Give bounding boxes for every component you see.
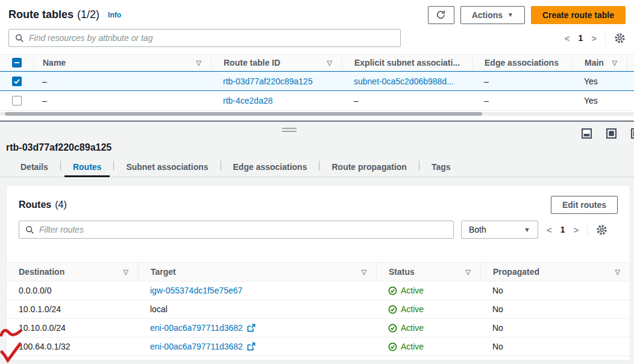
edit-routes-button[interactable]: Edit routes [551, 196, 618, 214]
column-header-status[interactable]: Status ▽ [376, 263, 480, 281]
select-all-checkbox[interactable] [12, 58, 22, 67]
route-row[interactable]: 0.0.0.0/0 igw-055374dc1f5e75e67 Active N… [7, 281, 630, 300]
tab-edge-associations[interactable]: Edge associations [221, 157, 319, 177]
caret-down-icon: ▼ [524, 226, 530, 233]
routes-filter-select[interactable]: Both ▼ [461, 221, 538, 239]
status-badge: Active [401, 304, 424, 314]
split-panel-drag-handle[interactable] [282, 128, 297, 134]
search-icon [25, 225, 34, 234]
status-badge: Active [401, 323, 424, 333]
split-bottom-layout-icon[interactable] [582, 128, 592, 139]
divider [605, 31, 606, 45]
sort-icon: ▽ [124, 268, 128, 276]
next-page-icon[interactable]: > [591, 33, 597, 43]
horizontal-scrollbar[interactable] [0, 111, 634, 121]
sort-icon: ▽ [612, 59, 617, 67]
prev-page-icon[interactable]: < [565, 33, 570, 43]
detail-panel-title: rtb-03d77af220c89a125 [0, 122, 634, 153]
status-badge: Active [401, 286, 424, 295]
route-table-id-link[interactable]: rtb-03d77af220c89a125 [223, 77, 313, 86]
filter-routes-input[interactable] [39, 225, 447, 234]
column-header-main[interactable]: Main ▽ [572, 55, 627, 71]
settings-gear-icon[interactable] [596, 224, 607, 236]
column-header-propagated[interactable]: Propagated ▽ [480, 263, 630, 281]
route-row[interactable]: 10.10.0.0/24 eni-00ac6a797711d3682 Activ… [7, 319, 630, 337]
column-header-edge-associations[interactable]: Edge associations [472, 55, 572, 71]
routes-card: Routes (4) Edit routes Both ▼ < 1 > [6, 185, 630, 360]
actions-label: Actions [472, 10, 503, 20]
search-icon [15, 34, 24, 43]
external-link-icon[interactable] [246, 342, 256, 351]
cell-name: – [34, 77, 211, 86]
detail-tabs: DetailsRoutesSubnet associationsEdge ass… [0, 153, 634, 177]
page-number[interactable]: 1 [578, 33, 583, 43]
full-panel-layout-icon[interactable] [606, 128, 617, 139]
cell-main: Yes [572, 77, 627, 86]
routes-table-header: Destination ▽ Target ▽ Status ▽ Propagat… [7, 262, 630, 281]
route-tables-table: Name ▽ Route table ID ▽ Explicit subnet … [0, 54, 634, 121]
tab-route-propagation[interactable]: Route propagation [319, 157, 418, 177]
sort-icon: ▽ [327, 59, 332, 67]
split-side-layout-icon[interactable] [631, 128, 634, 139]
route-row[interactable]: 10.0.1.0/24 local Active No [7, 300, 630, 319]
sort-icon: ▽ [615, 268, 620, 276]
route-table-id-link[interactable]: rtb-4ce2da28 [223, 96, 273, 105]
row-checkbox[interactable] [12, 96, 22, 105]
routes-count: (4) [55, 199, 67, 210]
status-active-icon [388, 324, 397, 333]
tab-subnet-associations[interactable]: Subnet associations [114, 157, 220, 177]
cell-propagated: No [480, 286, 630, 295]
column-header-target[interactable]: Target ▽ [138, 263, 376, 281]
page-number[interactable]: 1 [560, 225, 565, 234]
tab-details[interactable]: Details [8, 157, 60, 177]
settings-gear-icon[interactable] [614, 33, 626, 44]
refresh-button[interactable] [428, 6, 454, 24]
find-resources-search[interactable] [8, 29, 401, 47]
column-header-destination[interactable]: Destination ▽ [7, 263, 138, 281]
cell-propagated: No [480, 342, 630, 351]
cell-subnet-association[interactable]: – [342, 96, 472, 105]
page-count: (1/2) [77, 8, 99, 21]
cell-propagated: No [480, 323, 630, 333]
status-active-icon [388, 286, 397, 295]
cell-destination: 0.0.0.0/0 [7, 286, 138, 295]
column-header-route-table-id[interactable]: Route table ID ▽ [211, 55, 342, 71]
cell-edge-associations: – [472, 77, 572, 86]
cell-destination: 10.10.0.0/24 [7, 323, 138, 333]
sort-icon: ▽ [466, 268, 471, 276]
create-route-table-button[interactable]: Create route table [531, 6, 626, 24]
sort-icon: ▽ [362, 268, 366, 276]
red-squiggle-annotation [0, 327, 23, 341]
tab-routes[interactable]: Routes [61, 157, 113, 177]
status-active-icon [388, 342, 397, 351]
sort-icon: ▽ [196, 59, 201, 67]
panel-layout-toggles [582, 128, 634, 139]
route-table-row[interactable]: – rtb-4ce2da28 – – Yes [0, 91, 634, 111]
cell-destination: 100.64.0.1/32 [7, 342, 138, 351]
filter-routes-search[interactable] [19, 221, 454, 239]
info-link[interactable]: Info [108, 11, 121, 19]
page-title: Route tables [8, 8, 74, 21]
row-checkbox[interactable] [12, 77, 22, 86]
next-page-icon[interactable]: > [574, 225, 579, 235]
scrollbar-thumb[interactable] [5, 112, 482, 116]
cell-subnet-association[interactable]: subnet-0ca5c2d06b988d... [342, 77, 472, 86]
detail-panel: rtb-03d77af220c89a125 DetailsRoutesSubne… [0, 121, 634, 364]
column-header-explicit-subnet[interactable]: Explicit subnet associati... [342, 55, 472, 71]
search-input[interactable] [29, 33, 394, 43]
prev-page-icon[interactable]: < [547, 225, 552, 235]
external-link-icon[interactable] [246, 324, 256, 333]
route-row[interactable]: 100.64.0.1/32 eni-00ac6a797711d3682 Acti… [7, 337, 630, 356]
column-header-name[interactable]: Name ▽ [34, 55, 211, 71]
cell-target: igw-055374dc1f5e75e67 [150, 286, 242, 295]
actions-button[interactable]: Actions ▼ [460, 6, 525, 24]
red-check-annotation [0, 342, 23, 364]
route-table-row[interactable]: – rtb-03d77af220c89a125 subnet-0ca5c2d06… [0, 71, 634, 91]
tab-tags[interactable]: Tags [419, 157, 463, 177]
cell-destination: 10.0.1.0/24 [7, 304, 138, 314]
create-label: Create route table [542, 10, 614, 20]
cell-target: eni-00ac6a797711d3682 [150, 342, 243, 351]
status-badge: Active [401, 342, 424, 351]
cell-target: eni-00ac6a797711d3682 [150, 323, 243, 333]
caret-down-icon: ▼ [507, 11, 513, 18]
